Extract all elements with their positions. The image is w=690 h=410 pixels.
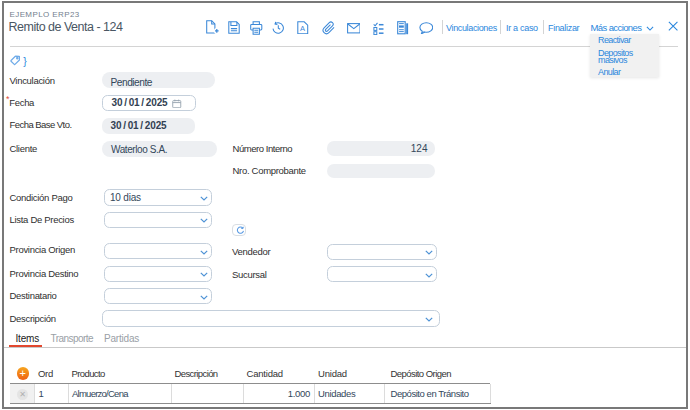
svg-text:A: A	[300, 24, 305, 33]
